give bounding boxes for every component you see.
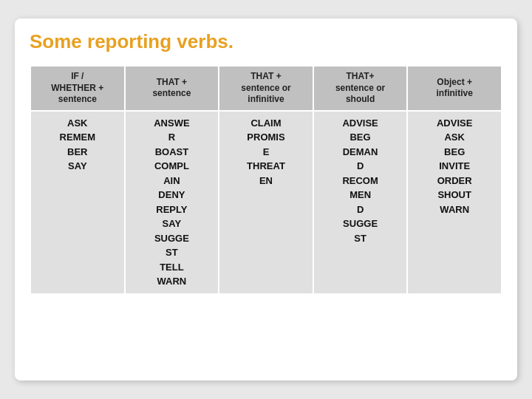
- table-header-row: IF / WHETHER + sentence THAT + sentence …: [30, 66, 502, 111]
- cell-that-sentence-infinitive: CLAIM PROMIS E THREAT EN: [219, 111, 313, 294]
- page-title: Some reporting verbs.: [30, 30, 502, 53]
- reporting-verbs-table: IF / WHETHER + sentence THAT + sentence …: [30, 65, 502, 295]
- main-card: Some reporting verbs. IF / WHETHER + sen…: [15, 18, 517, 381]
- cell-if-whether: ASK REMEM BER SAY: [30, 111, 125, 294]
- cell-that-sentence: ANSWE R BOAST COMPL AIN DENY REPLY SAY S…: [125, 111, 219, 294]
- cell-object-infinitive: ADVISE ASK BEG INVITE ORDER SHOUT WARN: [407, 111, 502, 294]
- header-col-4: THAT+ sentence or should: [313, 66, 408, 111]
- header-col-2: THAT + sentence: [125, 66, 219, 111]
- header-col-3: THAT + sentence or infinitive: [219, 66, 313, 111]
- header-col-5: Object + infinitive: [407, 66, 502, 111]
- header-col-1: IF / WHETHER + sentence: [30, 66, 125, 111]
- cell-that-should: ADVISE BEG DEMAN D RECOM MEN D SUGGE ST: [313, 111, 408, 294]
- table-row: ASK REMEM BER SAY ANSWE R BOAST COMPL AI…: [30, 111, 502, 294]
